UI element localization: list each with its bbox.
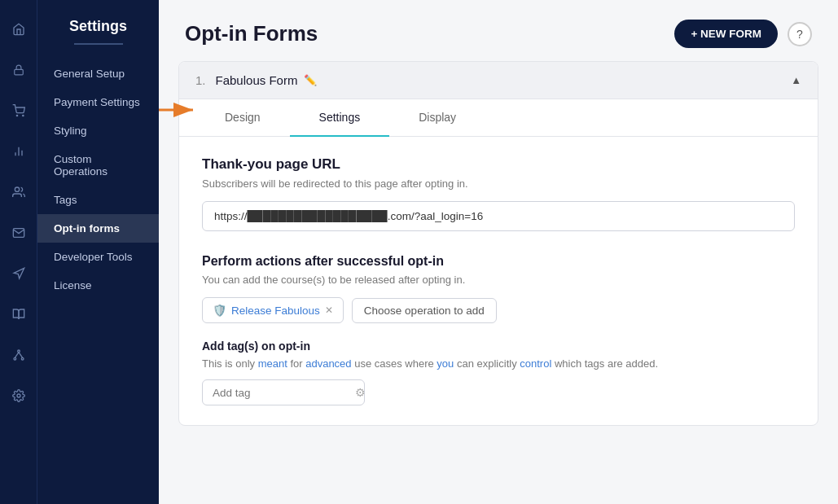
- edit-form-name-icon[interactable]: ✏️: [304, 74, 317, 86]
- add-tags-section: Add tag(s) on opt-in This is only meant …: [202, 340, 795, 405]
- main-header: Opt-in Forms + NEW FORM ?: [159, 0, 838, 61]
- sidebar-item-custom-operations[interactable]: Custom Operations: [37, 145, 159, 186]
- release-tag-label: Release Fabulous: [231, 305, 320, 317]
- svg-point-12: [17, 394, 20, 397]
- sidebar-title: Settings: [37, 0, 159, 43]
- chart-icon[interactable]: [6, 138, 32, 164]
- settings-tab-content: Thank-you page URL Subscribers will be r…: [179, 137, 818, 425]
- desc-advanced-highlight: advanced: [305, 357, 351, 370]
- megaphone-icon[interactable]: [6, 261, 32, 287]
- sidebar-label-opt-in-forms: Opt-in forms: [54, 222, 120, 234]
- svg-point-9: [21, 357, 24, 360]
- release-tag-icon: 🛡️: [213, 304, 226, 317]
- sidebar-item-tags[interactable]: Tags: [37, 186, 159, 214]
- sidebar-label-developer-tools: Developer Tools: [54, 251, 133, 263]
- collapse-form-button[interactable]: ▲: [791, 74, 801, 86]
- actions-section: Perform actions after successful opt-in …: [202, 254, 795, 323]
- users-icon[interactable]: [6, 179, 32, 205]
- help-button[interactable]: ?: [788, 22, 812, 46]
- tab-display[interactable]: Display: [389, 99, 485, 137]
- new-form-button[interactable]: + NEW FORM: [674, 20, 778, 48]
- add-tag-input-wrap: ⚙: [202, 379, 365, 405]
- add-tag-input[interactable]: [213, 387, 350, 399]
- action-tags-row: 🛡️ Release Fabulous ✕ Choose operation t…: [202, 297, 795, 323]
- mail-icon[interactable]: [6, 220, 32, 246]
- home-icon[interactable]: [6, 16, 32, 42]
- cart-icon[interactable]: [6, 98, 32, 124]
- add-tag-section-title: Add tag(s) on opt-in: [202, 340, 795, 353]
- lock-icon[interactable]: [6, 57, 32, 83]
- book-icon[interactable]: [6, 301, 32, 327]
- desc-control-highlight: control: [520, 357, 551, 370]
- form-number: 1.: [195, 73, 206, 87]
- form-name: Fabulous Form: [216, 73, 298, 87]
- thankyou-url-title: Thank-you page URL: [202, 156, 795, 173]
- svg-point-7: [17, 350, 20, 353]
- svg-line-11: [19, 353, 23, 358]
- svg-point-1: [16, 115, 17, 116]
- nodes-icon[interactable]: [6, 342, 32, 368]
- sidebar-nav: Settings General Setup Payment Settings …: [37, 0, 159, 504]
- sidebar-item-developer-tools[interactable]: Developer Tools: [37, 243, 159, 271]
- form-tabs: Design Settings Display: [179, 99, 818, 137]
- choose-operation-button[interactable]: Choose operation to add: [352, 298, 497, 323]
- release-fabulous-tag[interactable]: 🛡️ Release Fabulous ✕: [202, 297, 344, 323]
- release-tag-close-icon[interactable]: ✕: [325, 305, 333, 316]
- sidebar-label-payment-settings: Payment Settings: [54, 96, 140, 108]
- sidebar-item-opt-in-forms[interactable]: Opt-in forms: [37, 214, 159, 243]
- sidebar-item-styling[interactable]: Styling: [37, 116, 159, 145]
- thankyou-url-desc: Subscribers will be redirected to this p…: [202, 177, 795, 190]
- tab-settings[interactable]: Settings: [290, 99, 390, 137]
- svg-point-2: [22, 115, 23, 116]
- sidebar-divider: [74, 43, 123, 45]
- desc-you-highlight: you: [437, 357, 454, 370]
- svg-line-10: [15, 353, 19, 358]
- actions-section-title: Perform actions after successful opt-in: [202, 254, 795, 269]
- thankyou-url-input[interactable]: [202, 201, 795, 231]
- header-actions: + NEW FORM ?: [674, 20, 812, 48]
- sidebar-label-styling: Styling: [54, 125, 87, 137]
- svg-point-6: [15, 187, 19, 191]
- form-card-header: 1. Fabulous Form ✏️ ▲: [179, 62, 818, 99]
- main-content: Opt-in Forms + NEW FORM ? 1. Fabulous Fo…: [159, 0, 838, 504]
- svg-rect-0: [14, 69, 23, 74]
- sidebar-item-general-setup[interactable]: General Setup: [37, 59, 159, 88]
- form-card: 1. Fabulous Form ✏️ ▲ Design Settings Di…: [178, 61, 818, 426]
- actions-section-desc: You can add the course(s) to be released…: [202, 274, 795, 286]
- tab-design[interactable]: Design: [195, 99, 290, 137]
- form-card-title-group: 1. Fabulous Form ✏️: [195, 73, 317, 87]
- sidebar-label-custom-operations: Custom Operations: [54, 153, 143, 177]
- svg-point-8: [14, 357, 16, 360]
- sidebar-item-license[interactable]: License: [37, 271, 159, 300]
- sidebar-label-general-setup: General Setup: [54, 68, 125, 80]
- sidebar-navigation: General Setup Payment Settings Styling C…: [37, 59, 159, 504]
- sidebar-item-payment-settings[interactable]: Payment Settings: [37, 88, 159, 116]
- sidebar-icon-strip: [0, 0, 37, 504]
- add-tag-gear-icon[interactable]: ⚙: [355, 386, 366, 399]
- sidebar-label-license: License: [54, 279, 92, 291]
- add-tag-section-desc: This is only meant for advanced use case…: [202, 357, 795, 370]
- thankyou-url-section: Thank-you page URL Subscribers will be r…: [202, 156, 795, 231]
- settings-gear-icon[interactable]: [6, 383, 32, 409]
- sidebar-label-tags: Tags: [54, 194, 77, 206]
- desc-meant-highlight: meant: [258, 357, 287, 370]
- page-title: Opt-in Forms: [185, 21, 318, 46]
